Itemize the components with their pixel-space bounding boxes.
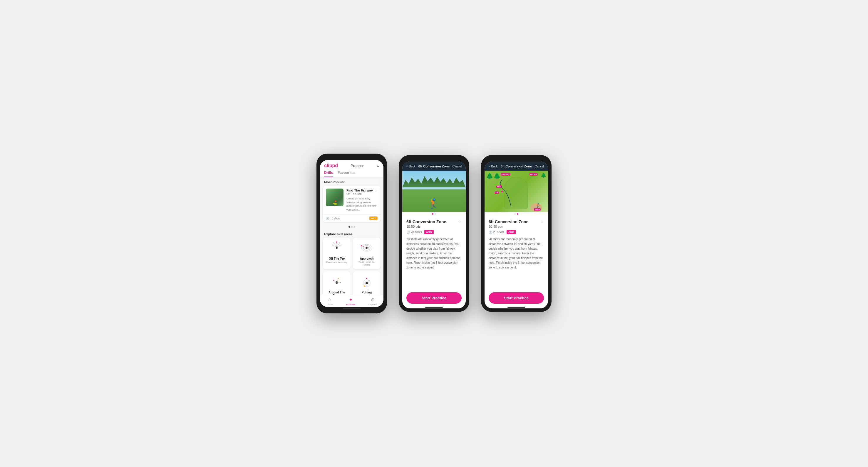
detail-header-3: < Back 6ft Conversion Zone Cancel	[485, 162, 548, 171]
detail-drill-title-3: 6ft Conversion Zone	[489, 220, 528, 224]
header-title: Practice	[350, 164, 364, 168]
logo: clippd	[324, 163, 338, 168]
putting-icon-area	[358, 274, 375, 289]
svg-line-4	[337, 243, 340, 247]
detail-content-3: 6ft Conversion Zone 10-50 yds ☆ 🕐 20 sho…	[485, 216, 548, 290]
fav-icon-3[interactable]: ☆	[540, 220, 544, 224]
detail-header-title-2: 6ft Conversion Zone	[418, 165, 450, 168]
start-practice-btn-3[interactable]: Start Practice	[489, 292, 544, 304]
drill-thumbnail	[326, 189, 343, 206]
detail-drill-title-2: 6ft Conversion Zone	[406, 220, 446, 224]
detail-header-title-3: 6ft Conversion Zone	[501, 165, 532, 168]
drill-card[interactable]: Find The Fairway Off The Tee Create an i…	[323, 186, 380, 222]
image-dot-3-2	[517, 213, 518, 215]
detail-content-2: 6ft Conversion Zone 10-50 yds ☆ 🕐 20 sho…	[402, 216, 466, 290]
skill-card-putting[interactable]: Putting Make and lag practice	[353, 271, 380, 295]
ott-icon-area	[328, 240, 346, 255]
detail-meta-3: 🕐 20 shots ARG	[489, 230, 544, 234]
detail-distance-2: 10-50 yds	[406, 225, 446, 228]
detail-tag-3: ARG	[506, 230, 516, 234]
skill-card-atg[interactable]: Around The Green Hone your short game	[323, 271, 350, 295]
cancel-button-3[interactable]: Cancel	[535, 165, 544, 168]
scroll-content: Most Popular Find The Fairway Off The Te…	[320, 177, 383, 295]
image-dots-3	[485, 212, 548, 216]
svg-point-29	[369, 280, 370, 281]
svg-point-0	[336, 247, 338, 249]
cancel-button-2[interactable]: Cancel	[453, 165, 462, 168]
home-icon: ⌂	[328, 297, 331, 302]
app-header: clippd Practice ≡ Drills Favourites	[320, 160, 383, 177]
most-popular-label: Most Popular	[320, 177, 383, 186]
skill-name-approach: Approach	[360, 257, 374, 260]
drill-title: Find The Fairway	[346, 189, 378, 192]
dot-3	[354, 226, 355, 228]
capture-icon: ⊕	[371, 297, 375, 302]
svg-point-27	[366, 278, 367, 279]
nav-activities[interactable]: ✦ Activities	[346, 297, 355, 306]
detail-tag-2: ARG	[424, 230, 434, 234]
svg-point-6	[336, 241, 337, 243]
phone-2: < Back 6ft Conversion Zone Cancel 🏌️ 6ft…	[399, 155, 469, 312]
svg-line-2	[334, 243, 337, 247]
detail-shots-2: 🕐 20 shots	[406, 231, 422, 234]
svg-point-8	[332, 245, 333, 245]
ott-icon	[328, 240, 346, 255]
drill-description: Create an imaginary fairway using trees …	[346, 197, 378, 211]
svg-point-7	[334, 243, 334, 243]
svg-point-30	[501, 191, 503, 192]
drill-subtitle: Off The Tee	[346, 192, 378, 196]
image-dot-2-2	[435, 213, 436, 215]
favourite-icon[interactable]: ☆	[374, 189, 378, 193]
clock-icon: 🕐	[326, 217, 329, 220]
atg-icon-area	[328, 274, 346, 289]
image-dot-3-1	[514, 213, 516, 215]
start-practice-btn-2[interactable]: Start Practice	[406, 292, 462, 304]
map-golfer: 🏌️	[536, 203, 541, 208]
back-button-3[interactable]: < Back	[489, 165, 498, 168]
skill-grid: Off The Tee Power and accuracy	[320, 238, 383, 295]
skill-card-approach[interactable]: Approach Dial-in to hit the green	[353, 238, 380, 269]
skill-name-atg: Around The Green	[326, 291, 348, 295]
detail-header-2: < Back 6ft Conversion Zone Cancel	[402, 162, 466, 171]
drill-footer: 🕐 10 shots OTT	[323, 214, 380, 222]
atg-icon	[328, 274, 346, 289]
nav-home-label: Home	[327, 303, 333, 305]
skill-name-putting: Putting	[362, 291, 372, 294]
phone-1: clippd Practice ≡ Drills Favourites Most…	[316, 154, 387, 313]
svg-line-21	[334, 280, 337, 282]
shot-count: 🕐 10 shots	[326, 217, 340, 220]
svg-point-31	[500, 185, 502, 187]
skill-card-ott[interactable]: Off The Tee Power and accuracy	[323, 238, 350, 269]
fav-icon-2[interactable]: ☆	[458, 220, 462, 224]
tab-favourites[interactable]: Favourites	[338, 171, 355, 177]
carousel-dots	[320, 224, 383, 229]
nav-home[interactable]: ⌂ Home	[327, 297, 333, 306]
putting-icon	[358, 274, 375, 289]
shot-count-label: 10 shots	[330, 217, 340, 220]
svg-point-9	[339, 243, 340, 243]
tag-badge-ott: OTT	[369, 216, 378, 220]
drill-image-golf: 🏌️	[402, 171, 466, 212]
tabs-row: Drills Favourites	[324, 171, 379, 177]
shots-label-3: 20 shots	[493, 231, 504, 234]
nav-capture[interactable]: ⊕ Capture	[369, 297, 377, 306]
dot-2	[351, 226, 352, 228]
svg-point-28	[364, 286, 365, 287]
phone-3: < Back 6ft Conversion Zone Cancel 🌲🌲 🌲 F…	[481, 155, 552, 312]
nav-activities-label: Activities	[346, 303, 355, 306]
clock-icon-2: 🕐	[406, 231, 410, 234]
approach-icon	[358, 240, 375, 255]
dot-1	[348, 226, 350, 228]
drill-map-view: 🌲🌲 🌲 FAIRWAY ROUGH Miss Hit SAND	[485, 171, 548, 212]
nav-capture-label: Capture	[369, 303, 377, 306]
detail-description-3: 20 shots are randomly generated at dista…	[489, 237, 544, 270]
clock-icon-3: 🕐	[489, 231, 492, 234]
image-dot-2-1	[432, 213, 433, 215]
approach-icon-area	[358, 240, 375, 255]
skill-name-ott: Off The Tee	[329, 257, 345, 260]
svg-point-24	[366, 282, 368, 284]
tab-drills[interactable]: Drills	[324, 171, 333, 177]
back-button-2[interactable]: < Back	[406, 165, 415, 168]
skill-desc-approach: Dial-in to hit the green	[356, 261, 378, 266]
hamburger-icon[interactable]: ≡	[377, 163, 379, 168]
